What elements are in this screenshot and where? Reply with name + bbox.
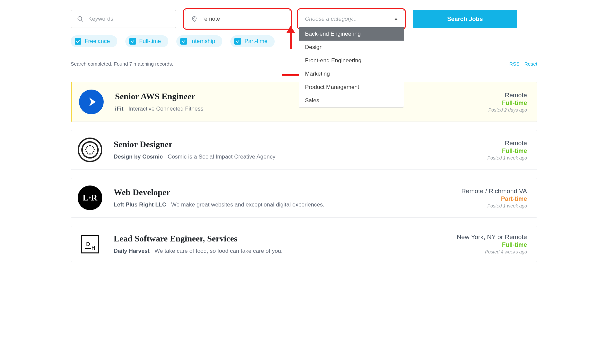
job-type: Full-time [488,100,527,107]
status-links: RSS Reset [506,61,537,67]
job-location: New York, NY or Remote [457,233,527,241]
job-meta: Remote Full-time Posted 2 days ago [488,92,527,113]
company-name: Design by Cosmic [114,154,163,160]
category-highlight: Choose a category... Back-end Engineerin… [299,10,404,28]
svg-line-1 [81,20,83,22]
caret-up-icon [394,18,398,20]
job-meta: Remote Full-time Posted 1 week ago [487,140,527,161]
company-name: Daily Harvest [114,248,150,254]
job-card[interactable]: DH Lead Software Engineer, Services Dail… [71,226,537,262]
job-main: Senior AWS Engineer iFit Interactive Con… [115,92,477,112]
location-input-wrap[interactable] [185,10,290,28]
filter-label: Part-time [244,38,267,45]
job-company-row: Daily Harvest We take care of food, so f… [114,248,445,254]
job-card[interactable]: Senior Designer Design by Cosmic Cosmic … [71,130,537,170]
keywords-input[interactable] [88,16,170,22]
job-posted: Posted 1 week ago [487,155,527,161]
company-logo: L+R [78,185,102,210]
job-posted: Posted 2 days ago [488,107,527,113]
svg-point-0 [78,17,82,21]
job-title: Lead Software Engineer, Services [114,234,445,244]
job-title: Web Developer [114,187,450,197]
job-title: Senior AWS Engineer [115,92,477,102]
job-company-row: iFit Interactive Connected Fitness [115,106,477,112]
company-name: iFit [115,106,124,112]
company-logo: DH [81,235,99,253]
job-main: Senior Designer Design by Cosmic Cosmic … [114,140,476,160]
job-card[interactable]: L+R Web Developer Left Plus Right LLC We… [71,178,537,218]
category-placeholder: Choose a category... [305,16,357,22]
filter-pill-internship[interactable]: Internship [176,35,223,47]
job-posted: Posted 4 weeks ago [457,249,527,254]
category-select[interactable]: Choose a category... [299,10,404,28]
filter-label: Full-time [139,38,161,45]
job-meta: New York, NY or Remote Full-time Posted … [457,233,527,254]
rss-link[interactable]: RSS [509,61,520,67]
company-tagline: We make great websites and exceptional d… [171,201,324,208]
company-name: Left Plus Right LLC [114,201,166,208]
filter-pill-freelance[interactable]: Freelance [71,35,117,47]
keywords-input-wrap[interactable] [71,10,176,28]
category-option[interactable]: Marketing [299,67,404,81]
job-title: Senior Designer [114,140,476,150]
filter-pill-fulltime[interactable]: Full-time [125,35,168,47]
category-option[interactable]: Product Management [299,81,404,94]
location-highlight [185,10,290,28]
job-type: Full-time [487,148,527,155]
checkbox-checked-icon [129,38,136,45]
category-option[interactable]: Design [299,41,404,54]
company-logo [79,90,104,114]
job-company-row: Left Plus Right LLC We make great websit… [114,201,450,208]
company-logo [78,138,102,162]
location-pin-icon [191,15,198,23]
job-location: Remote [488,92,527,99]
checkbox-checked-icon [75,38,81,45]
company-tagline: Cosmic is a Social Impact Creative Agenc… [168,154,275,160]
reset-link[interactable]: Reset [524,61,537,67]
checkbox-checked-icon [234,38,241,45]
filter-label: Internship [190,38,215,45]
job-posted: Posted 1 week ago [461,203,527,208]
company-tagline: We take care of food, so food can take c… [154,248,282,254]
job-main: Web Developer Left Plus Right LLC We mak… [114,187,450,208]
job-company-row: Design by Cosmic Cosmic is a Social Impa… [114,154,476,160]
company-tagline: Interactive Connected Fitness [128,106,203,112]
job-type: Full-time [457,241,527,248]
search-row: Choose a category... Back-end Engineerin… [71,10,537,28]
job-location: Remote / Richmond VA [461,187,527,195]
category-option[interactable]: Sales [299,94,404,107]
job-type: Part-time [461,195,527,202]
status-text: Search completed. Found 7 matching recor… [71,61,173,67]
search-button[interactable]: Search Jobs [413,10,517,28]
category-dropdown: Back-end Engineering Design Front-end En… [299,27,404,108]
checkbox-checked-icon [180,38,187,45]
svg-point-2 [194,18,195,19]
job-location: Remote [487,140,527,147]
category-option[interactable]: Front-end Engineering [299,54,404,67]
category-option[interactable]: Back-end Engineering [299,27,404,41]
filter-pill-parttime[interactable]: Part-time [230,35,275,47]
filter-label: Freelance [85,38,110,45]
job-main: Lead Software Engineer, Services Daily H… [114,234,445,254]
location-input[interactable] [202,16,284,22]
job-meta: Remote / Richmond VA Part-time Posted 1 … [461,187,527,208]
search-icon [77,16,84,22]
